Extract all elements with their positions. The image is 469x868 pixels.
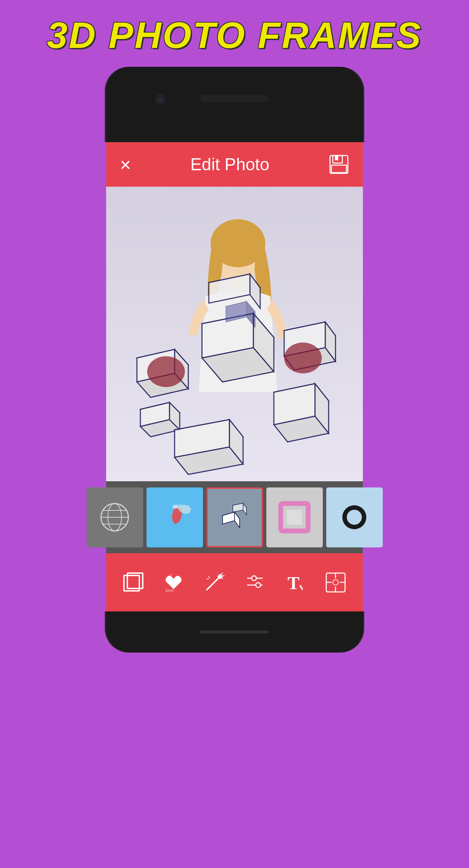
svg-line-67 bbox=[221, 573, 223, 575]
photo-canvas bbox=[106, 187, 363, 481]
3d-boxes-icon bbox=[216, 502, 253, 533]
thumbnail-strip bbox=[106, 481, 363, 553]
svg-rect-55 bbox=[287, 510, 302, 525]
svg-rect-3 bbox=[331, 165, 346, 173]
camera-icon bbox=[156, 95, 165, 104]
svg-line-70 bbox=[208, 576, 210, 578]
stickers-icon: love bbox=[163, 571, 185, 594]
toolbar-title: Edit Photo bbox=[190, 154, 269, 174]
svg-point-61 bbox=[168, 575, 170, 578]
pink-frame-icon bbox=[277, 500, 312, 534]
save-button[interactable] bbox=[329, 154, 349, 175]
phone-bottom-bezel bbox=[106, 611, 363, 653]
svg-point-75 bbox=[256, 583, 261, 587]
svg-point-63 bbox=[170, 574, 172, 575]
thumbnail-3d-boxes[interactable] bbox=[206, 487, 263, 547]
svg-point-73 bbox=[252, 576, 256, 581]
svg-text:T: T bbox=[288, 573, 300, 593]
thumbnail-pink-frame[interactable] bbox=[266, 487, 323, 547]
tool-frames[interactable] bbox=[114, 558, 152, 606]
phone-top-bezel bbox=[106, 67, 363, 142]
tools-bar: love bbox=[106, 553, 363, 611]
thumbnail-globe[interactable] bbox=[87, 487, 143, 547]
svg-point-62 bbox=[167, 578, 168, 580]
svg-point-38 bbox=[147, 356, 185, 387]
photo-frame-svg bbox=[106, 187, 363, 481]
adjust-icon bbox=[244, 571, 266, 594]
app-title-text: 3D PHOTO FRAMES bbox=[47, 14, 422, 57]
speaker-grille bbox=[200, 95, 269, 102]
thumbnail-circle[interactable] bbox=[326, 487, 383, 547]
text-icon: T bbox=[284, 571, 306, 594]
circle-frame-icon bbox=[337, 500, 371, 534]
map-icon bbox=[154, 502, 195, 533]
svg-text:love: love bbox=[165, 588, 174, 593]
svg-rect-2 bbox=[335, 156, 338, 160]
home-bar bbox=[200, 631, 269, 633]
svg-point-39 bbox=[284, 343, 322, 373]
app-title: 3D PHOTO FRAMES bbox=[0, 14, 469, 57]
focus-icon bbox=[325, 571, 347, 594]
tool-stickers[interactable]: love bbox=[155, 558, 192, 606]
thumbnail-map[interactable] bbox=[147, 487, 203, 547]
frames-icon bbox=[122, 571, 144, 594]
tool-magic[interactable] bbox=[195, 558, 233, 606]
magic-icon bbox=[203, 571, 225, 594]
svg-point-58 bbox=[347, 510, 362, 525]
tool-adjust[interactable] bbox=[236, 558, 274, 606]
save-icon bbox=[329, 154, 349, 175]
close-button[interactable]: × bbox=[120, 153, 131, 176]
app-toolbar: × Edit Photo bbox=[106, 142, 363, 187]
phone-mockup: × Edit Photo bbox=[106, 67, 363, 653]
tool-text[interactable]: T bbox=[276, 558, 314, 606]
svg-point-82 bbox=[333, 580, 338, 585]
tool-focus[interactable] bbox=[317, 558, 355, 606]
globe-icon bbox=[99, 502, 130, 533]
